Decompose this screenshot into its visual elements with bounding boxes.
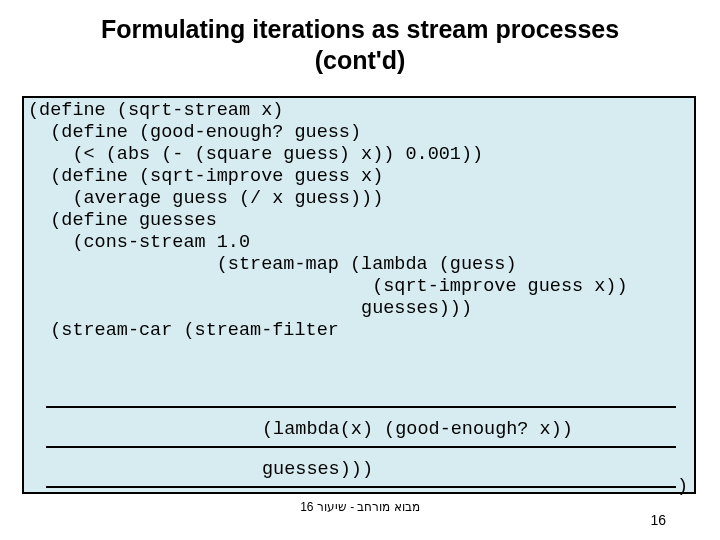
blank-line-rule-1 [46, 406, 676, 408]
footer-course-label: מבוא מורחב - שיעור 16 [0, 500, 720, 514]
slide-title: Formulating iterations as stream process… [0, 0, 720, 77]
title-line-2: (cont'd) [315, 46, 406, 74]
blank-line-rule-3 [46, 486, 676, 488]
title-line-1: Formulating iterations as stream process… [101, 15, 619, 43]
filled-answer-2: guesses))) [262, 459, 373, 481]
code-block: (define (sqrt-stream x) (define (good-en… [28, 100, 628, 342]
blank-line-rule-2 [46, 446, 676, 448]
closing-paren: ) [677, 476, 688, 497]
page-number: 16 [650, 512, 666, 528]
slide: Formulating iterations as stream process… [0, 0, 720, 540]
filled-answer-1: (lambda(x) (good-enough? x)) [262, 419, 573, 441]
code-frame: (define (sqrt-stream x) (define (good-en… [22, 96, 696, 494]
